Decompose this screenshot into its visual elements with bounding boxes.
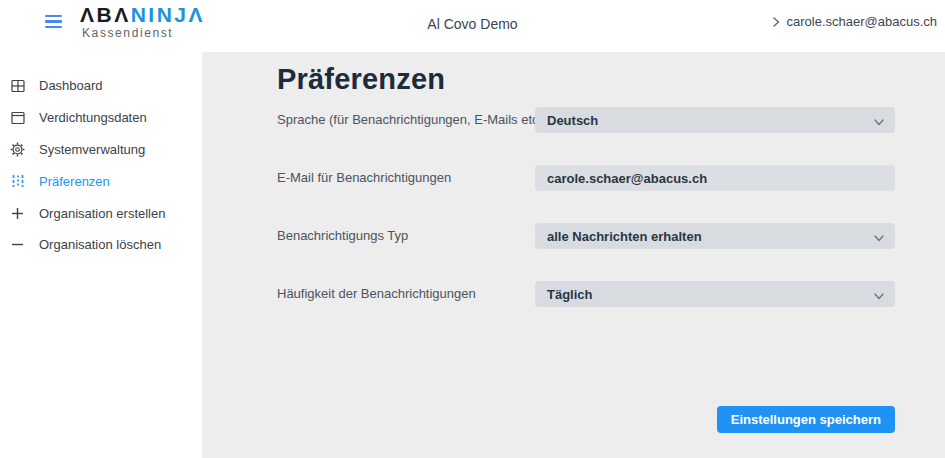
chevron-down-icon: [873, 289, 885, 304]
account-menu[interactable]: carole.schaer@abacus.ch: [771, 14, 938, 29]
window-icon: [10, 110, 25, 125]
email-input[interactable]: [547, 165, 883, 191]
frequency-value: Täglich: [547, 287, 593, 302]
language-select[interactable]: Deutsch: [535, 107, 895, 133]
form-row-email: E-Mail für Benachrichtigungen: [277, 165, 895, 191]
save-settings-button[interactable]: Einstellungen speichern: [717, 406, 895, 433]
sidebar-item-label: Präferenzen: [39, 174, 110, 189]
frequency-select[interactable]: Täglich: [535, 281, 895, 307]
notification-type-value: alle Nachrichten erhalten: [547, 229, 702, 244]
sidebar-item-systemverwaltung[interactable]: Systemverwaltung: [0, 134, 202, 166]
notification-type-label: Benachrichtigungs Typ: [277, 223, 408, 249]
form-row-language: Sprache (für Benachrichtigungen, E-Mails…: [277, 107, 895, 133]
sidebar-item-dashboard[interactable]: Dashboard: [0, 70, 202, 102]
notification-type-select[interactable]: alle Nachrichten erhalten: [535, 223, 895, 249]
form-row-notification-type: Benachrichtigungs Typ alle Nachrichten e…: [277, 223, 895, 249]
chevron-right-icon: [771, 16, 781, 28]
sidebar-item-label: Systemverwaltung: [39, 142, 145, 157]
content-panel: Präferenzen Sprache (für Benachrichtigun…: [202, 52, 945, 458]
plus-icon: [10, 206, 25, 221]
page-title: Präferenzen: [277, 63, 445, 96]
sidebar-item-verdichtungsdaten[interactable]: Verdichtungsdaten: [0, 102, 202, 134]
minus-icon: [10, 237, 25, 252]
dashboard-icon: [10, 78, 25, 93]
sidebar-item-label: Verdichtungsdaten: [39, 110, 147, 125]
sidebar-item-label: Dashboard: [39, 78, 103, 93]
language-select-value: Deutsch: [547, 113, 598, 128]
form-row-frequency: Häufigkeit der Benachrichtigungen Täglic…: [277, 281, 895, 307]
chevron-down-icon: [873, 231, 885, 246]
email-field-wrapper: [535, 165, 895, 191]
sidebar-item-organisation-loeschen[interactable]: Organisation löschen: [0, 229, 202, 261]
sidebar-item-praeferenzen[interactable]: Präferenzen: [0, 165, 202, 197]
sidebar-item-organisation-erstellen[interactable]: Organisation erstellen: [0, 197, 202, 229]
email-label: E-Mail für Benachrichtigungen: [277, 165, 451, 191]
frequency-label: Häufigkeit der Benachrichtigungen: [277, 281, 476, 307]
top-header: ΛBΛNINJΛ Kassendienst Al Covo Demo carol…: [0, 0, 945, 52]
account-email: carole.schaer@abacus.ch: [787, 14, 938, 29]
sliders-icon: [10, 174, 25, 189]
gear-icon: [10, 142, 25, 157]
language-label: Sprache (für Benachrichtigungen, E-Mails…: [277, 107, 547, 133]
chevron-down-icon: [873, 115, 885, 130]
sidebar-item-label: Organisation löschen: [39, 237, 161, 252]
sidebar: Dashboard Verdichtungsdaten: [0, 52, 202, 458]
sidebar-item-label: Organisation erstellen: [39, 206, 165, 221]
